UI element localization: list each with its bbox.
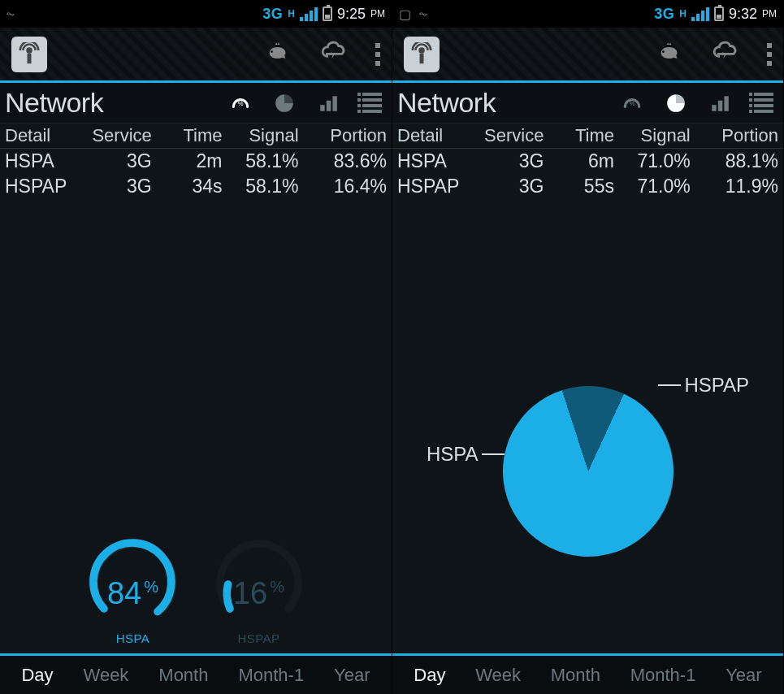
status-bar: ▢ ⏦ 3G H 9:32 PM <box>392 0 783 28</box>
gauge-unit: % <box>270 578 284 596</box>
svg-rect-11 <box>724 96 728 111</box>
tab-week[interactable]: Week <box>475 665 521 686</box>
table-row[interactable]: HSPAP 3G 55s 71.0% 11.9% <box>392 174 783 199</box>
cell-service: 3G <box>474 176 544 197</box>
cloud-sync-icon[interactable] <box>712 39 739 70</box>
cell-detail: HSPA <box>397 150 474 172</box>
table-row[interactable]: HSPA 3G 6m 71.0% 88.1% <box>392 149 783 174</box>
time-range-tabs: Day Week Month Month-1 Year <box>392 653 783 694</box>
gauge-label: HSPAP <box>196 631 322 645</box>
col-signal: Signal <box>223 125 299 146</box>
col-service: Service <box>474 125 544 146</box>
view-bars-icon[interactable] <box>317 92 340 115</box>
chart-area-gauges: 84% HSPA 16% HSPAP <box>0 199 392 653</box>
cell-service: 3G <box>81 150 152 172</box>
tab-month[interactable]: Month <box>551 665 600 686</box>
battery-icon <box>323 7 332 21</box>
tab-month[interactable]: Month <box>158 665 208 686</box>
view-gauge-icon[interactable]: % <box>229 92 252 115</box>
network-type: 3G <box>654 6 674 23</box>
overflow-menu-icon[interactable] <box>375 43 380 66</box>
tab-day[interactable]: Day <box>21 665 53 686</box>
cell-service: 3G <box>474 150 544 172</box>
section-title: Network <box>397 87 496 119</box>
section-title: Network <box>5 87 103 119</box>
action-bar <box>0 28 392 83</box>
cell-time: 55s <box>544 176 614 197</box>
svg-rect-5 <box>332 96 336 111</box>
tab-day[interactable]: Day <box>414 665 445 686</box>
col-service: Service <box>81 125 152 146</box>
overflow-menu-icon[interactable] <box>767 43 772 66</box>
hspa-indicator-icon: H <box>288 8 295 20</box>
cell-portion: 11.9% <box>691 176 778 197</box>
gauge-label: HSPA <box>70 631 196 645</box>
col-time: Time <box>152 125 223 146</box>
gauge-value: 84 <box>107 576 141 610</box>
svg-rect-3 <box>320 105 324 111</box>
clock-time: 9:32 <box>729 6 757 23</box>
action-bar <box>392 28 783 83</box>
svg-rect-9 <box>712 105 716 111</box>
gauge-hspa: 84% HSPA <box>70 531 196 645</box>
cell-portion: 83.6% <box>299 150 387 172</box>
svg-text:%: % <box>238 100 244 107</box>
tab-month-1[interactable]: Month-1 <box>238 665 304 686</box>
svg-rect-1 <box>28 53 32 63</box>
battery-icon <box>714 7 724 21</box>
view-bars-icon[interactable] <box>708 92 731 115</box>
gauge-hspap: 16% HSPAP <box>196 531 322 645</box>
signal-bars-icon <box>691 7 709 21</box>
cell-signal: 71.0% <box>614 176 691 197</box>
tab-month-1[interactable]: Month-1 <box>630 665 696 686</box>
savings-icon[interactable] <box>265 39 292 70</box>
savings-icon[interactable] <box>656 39 684 70</box>
col-detail: Detail <box>397 125 474 146</box>
cell-portion: 88.1% <box>691 150 778 172</box>
gauge-unit: % <box>144 578 158 596</box>
svg-rect-4 <box>327 100 331 111</box>
charging-icon: ⏦ <box>6 7 15 21</box>
app-icon[interactable] <box>404 37 440 72</box>
section-header: Network % <box>392 83 783 124</box>
pie-label-hspap: HSPAP <box>655 374 749 397</box>
col-signal: Signal <box>614 125 691 146</box>
tab-week[interactable]: Week <box>84 665 129 686</box>
table-row[interactable]: HSPA 3G 2m 58.1% 83.6% <box>0 149 392 174</box>
view-list-icon[interactable] <box>361 92 383 115</box>
view-pie-icon[interactable] <box>665 92 687 115</box>
section-header: Network % <box>0 83 392 124</box>
chart-area-pie: HSPAP HSPA <box>392 199 783 653</box>
svg-text:%: % <box>630 100 635 107</box>
cell-signal: 71.0% <box>614 150 691 172</box>
clock-time: 9:25 <box>337 6 366 23</box>
app-icon[interactable] <box>11 37 47 72</box>
view-gauge-icon[interactable]: % <box>621 92 643 115</box>
signal-bars-icon <box>300 7 318 21</box>
tab-year[interactable]: Year <box>334 665 370 686</box>
status-bar: ⏦ 3G H 9:25 PM <box>0 0 392 28</box>
table-header: Detail Service Time Signal Portion <box>392 124 783 149</box>
pie-label-hspa: HSPA <box>427 443 508 466</box>
cell-detail: HSPAP <box>5 176 81 197</box>
tab-year[interactable]: Year <box>726 665 761 686</box>
cell-detail: HSPAP <box>397 176 474 197</box>
cell-signal: 58.1% <box>223 176 299 197</box>
col-portion: Portion <box>299 125 387 146</box>
svg-rect-7 <box>420 53 424 63</box>
screen-right: ▢ ⏦ 3G H 9:32 PM <box>392 0 783 694</box>
cell-service: 3G <box>81 176 152 197</box>
table-row[interactable]: HSPAP 3G 34s 58.1% 16.4% <box>0 174 392 199</box>
view-list-icon[interactable] <box>752 92 775 115</box>
cloud-sync-icon[interactable] <box>320 39 348 70</box>
cell-detail: HSPA <box>5 150 81 172</box>
col-portion: Portion <box>691 125 778 146</box>
clock-ampm: PM <box>370 8 385 20</box>
charging-icon: ⏦ <box>419 7 427 21</box>
screen-left: ⏦ 3G H 9:25 PM <box>0 0 392 694</box>
view-pie-icon[interactable] <box>273 92 296 115</box>
hspa-indicator-icon: H <box>679 8 687 20</box>
col-time: Time <box>544 125 614 146</box>
cell-time: 34s <box>152 176 223 197</box>
cell-time: 2m <box>152 150 223 172</box>
